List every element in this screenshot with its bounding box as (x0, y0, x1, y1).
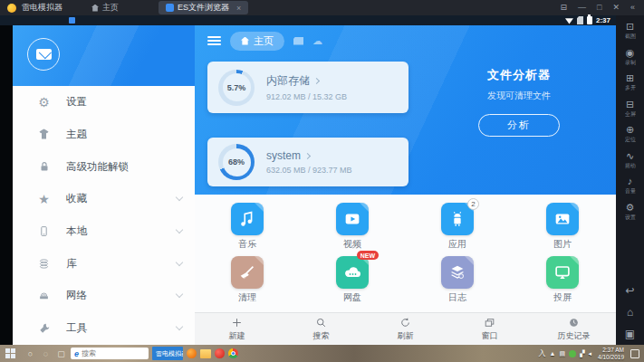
chrome-icon[interactable] (228, 348, 238, 358)
new-badge: NEW (357, 251, 379, 260)
status-time: 2:37 (596, 16, 610, 24)
storage-section: 5.7% 内部存储 912.02 MB / 15.32 GB 68% (195, 56, 616, 195)
sidebar-item-favorites[interactable]: ★ 收藏 (13, 183, 195, 215)
analyzer-title: 文件分析器 (437, 67, 601, 83)
toolbar-record-button[interactable]: ◉ 录制 (624, 47, 637, 67)
category-label: 清理 (238, 291, 256, 304)
shake-icon: ∿ (626, 150, 634, 161)
toolbar-label: 新建 (229, 330, 245, 342)
picture-icon (546, 203, 579, 235)
volume-tray-icon[interactable]: ◂ (589, 350, 592, 357)
active-app-taskbar-button[interactable]: 雷电模拟器 (152, 347, 183, 360)
file-analyzer-panel: 文件分析器 发现可清理文件 分析 (437, 67, 601, 137)
ime-indicator[interactable]: 入 (539, 348, 546, 358)
cloud-shortcut-icon[interactable]: ☁ (312, 36, 322, 46)
android-screen: 2:37 ⚙ 设置 (0, 15, 616, 345)
chevron-down-icon (176, 194, 183, 201)
android-home-button[interactable]: ⌂ (627, 307, 633, 318)
task-view-icon[interactable]: ▢ (55, 349, 67, 358)
firefox-icon[interactable] (187, 348, 197, 358)
toolbar-screenshot-button[interactable]: ⊡ 截图 (624, 21, 637, 41)
clock-date: 4/10/2019 (598, 354, 624, 360)
tray-status-icon[interactable] (569, 350, 576, 357)
sidebar-item-theme[interactable]: 主题 (13, 119, 195, 151)
new-button[interactable]: 新建 (195, 313, 279, 345)
app-tab-label: ES文件浏览器 (178, 2, 229, 14)
category-clean[interactable]: 清理 (195, 256, 300, 304)
toolbar-settings-button[interactable]: ⚙ 设置 (624, 202, 637, 222)
android-recents-button[interactable]: ▣ (625, 329, 635, 339)
action-center-icon[interactable] (630, 349, 639, 358)
toolbar-shake-button[interactable]: ∿ 摇动 (624, 150, 637, 170)
history-button[interactable]: 历史记录 (532, 313, 616, 345)
category-video[interactable]: 视频 (300, 203, 405, 251)
screenshot-window-icon[interactable]: ⊟ (560, 0, 567, 15)
sidebar-item-settings[interactable]: ⚙ 设置 (13, 86, 195, 119)
start-button[interactable] (5, 348, 18, 359)
toolbar-fullscreen-button[interactable]: ⊟ 全屏 (624, 99, 637, 119)
file-explorer-icon[interactable] (200, 349, 211, 358)
storage-card-system[interactable]: 68% system 632.05 MB / 923.77 MB (207, 138, 409, 186)
close-button[interactable]: ✕ (612, 0, 620, 15)
record-icon: ◉ (626, 47, 635, 58)
app-tab-icon (166, 4, 174, 12)
sidebar-item-premium-unlock[interactable]: 高级功能解锁 (13, 150, 195, 183)
emulator-toolbar: ⊡ 截图 ◉ 录制 ⊞ 多开 ⊟ 全屏 ⊕ 定位 ∿ 摇动 (616, 15, 644, 345)
sidebar-item-label: 工具 (66, 321, 162, 335)
category-apps[interactable]: 2 应用 (405, 203, 510, 251)
storage-card-internal[interactable]: 5.7% 内部存储 912.02 MB / 15.32 GB (207, 62, 409, 113)
sidebar-item-local[interactable]: 本地 (13, 215, 195, 248)
storage-detail: 912.02 MB / 15.32 GB (266, 92, 347, 101)
collapse-sidebar-button[interactable]: « (630, 0, 635, 15)
tshirt-icon (36, 128, 52, 141)
network-tray-icon[interactable]: ▞ (580, 350, 584, 357)
location-icon: ⊕ (626, 124, 634, 135)
category-music[interactable]: 音乐 (195, 203, 300, 251)
refresh-button[interactable]: 刷新 (363, 313, 447, 345)
chevron-right-icon (304, 152, 311, 158)
category-cloud-drive[interactable]: NEW 网盘 (300, 256, 405, 304)
emulator-titlebar: 雷电模拟器 主页 ES文件浏览器 × ⊟ — □ ✕ « (0, 0, 644, 15)
category-images[interactable]: 图片 (510, 203, 615, 251)
sidebar-item-network[interactable]: 网络 (13, 280, 195, 312)
home-icon (241, 37, 249, 45)
sidebar-item-label: 设置 (66, 95, 182, 109)
browser-icon[interactable] (215, 348, 225, 358)
sdcard-shortcut-icon[interactable] (293, 37, 303, 45)
tray-icon[interactable]: ▤ (560, 350, 566, 357)
taskbar-clock[interactable]: 2:37 AM 4/10/2019 (598, 347, 624, 359)
maximize-button[interactable]: □ (597, 0, 601, 15)
edge-icon: e (74, 349, 79, 358)
toolbar-volume-button[interactable]: ♪ 音量 (624, 176, 637, 195)
emulator-app-tab[interactable]: ES文件浏览器 × (159, 1, 248, 14)
category-cast[interactable]: 投屏 (510, 256, 615, 304)
sidebar-item-label: 高级功能解锁 (66, 160, 182, 174)
search-button[interactable]: 搜索 (279, 313, 363, 345)
taskbar-search-icon[interactable]: ○ (24, 349, 36, 358)
progress-ring: 68% (218, 144, 255, 180)
tab-home[interactable]: 主页 (230, 32, 284, 51)
category-label: 应用 (448, 238, 466, 251)
toolbar-multi-instance-button[interactable]: ⊞ 多开 (624, 72, 637, 92)
user-avatar[interactable] (27, 38, 60, 71)
tab-close-icon[interactable]: × (236, 4, 241, 13)
taskbar-search-box[interactable]: e 搜索 (71, 348, 149, 359)
toolbar-location-button[interactable]: ⊕ 定位 (624, 124, 637, 144)
hamburger-menu-icon[interactable] (207, 36, 221, 45)
sidebar-item-tools[interactable]: 工具 (13, 312, 195, 345)
category-label: 投屏 (553, 291, 572, 304)
minimize-button[interactable]: — (578, 0, 586, 15)
tray-expand-icon[interactable]: ▲ (550, 350, 556, 357)
layers-icon (36, 257, 52, 271)
app-drawer: ⚙ 设置 主题 高级功能 (13, 25, 195, 345)
main-content: 主页 ☁ 5.7% 内部存储 912.02 MB / 15.32 (195, 25, 616, 345)
analyze-button[interactable]: 分析 (478, 114, 560, 137)
emulator-home-tab[interactable]: 主页 (84, 1, 126, 14)
cortana-icon[interactable]: ◌ (40, 349, 52, 358)
android-back-button[interactable]: ↩ (625, 285, 634, 296)
home-tab-label: 主页 (102, 2, 119, 14)
category-logs[interactable]: 日志 (405, 256, 510, 304)
chevron-down-icon (176, 226, 183, 233)
sidebar-item-library[interactable]: 库 (13, 247, 195, 280)
window-button[interactable]: 窗口 (447, 313, 532, 345)
